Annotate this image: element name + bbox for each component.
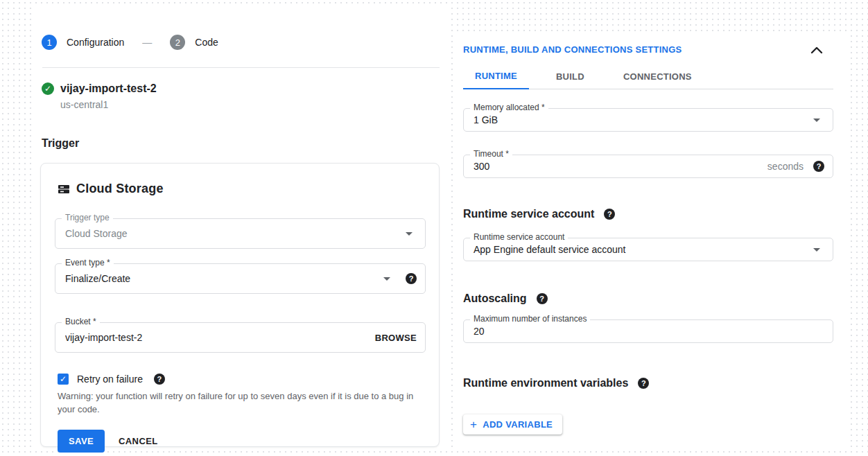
trigger-section-title: Trigger: [42, 137, 440, 150]
plus-icon: +: [470, 420, 477, 430]
function-region: us-central1: [60, 99, 440, 110]
event-type-select[interactable]: Event type * Finalize/Create ?: [55, 263, 426, 294]
trigger-type-label: Trigger type: [62, 213, 113, 222]
autoscaling-heading-text: Autoscaling: [463, 292, 527, 305]
trigger-card-title: Cloud Storage: [76, 182, 164, 196]
timeout-field: Timeout * seconds ?: [463, 155, 833, 178]
chevron-down-icon: [406, 232, 413, 236]
timeout-input[interactable]: [474, 161, 767, 172]
retry-checkbox[interactable]: ✓: [58, 374, 69, 385]
env-vars-heading-text: Runtime environment variables: [463, 377, 628, 389]
step-separator: —: [142, 37, 152, 48]
timeout-help-icon[interactable]: ?: [813, 161, 824, 172]
stepper-divider: [42, 67, 440, 68]
runtime-settings-panel: RUNTIME, BUILD AND CONNECTIONS SETTINGS …: [455, 32, 847, 448]
settings-tabs: RUNTIME BUILD CONNECTIONS: [463, 71, 833, 89]
env-vars-help-icon[interactable]: ?: [638, 378, 649, 389]
retry-warning-text: Warning: your function will retry on fai…: [58, 389, 432, 416]
browse-button[interactable]: BROWSE: [375, 333, 417, 343]
tab-connections[interactable]: CONNECTIONS: [611, 71, 704, 89]
max-instances-input[interactable]: [474, 326, 824, 337]
step-2-label[interactable]: Code: [195, 37, 218, 48]
settings-header-title[interactable]: RUNTIME, BUILD AND CONNECTIONS SETTINGS: [463, 44, 682, 55]
runtime-service-account-heading: Runtime service account ?: [463, 208, 833, 220]
event-type-value: Finalize/Create: [65, 273, 379, 284]
memory-allocated-value: 1 GiB: [474, 114, 809, 125]
chevron-down-icon: [383, 277, 390, 281]
autoscaling-help-icon[interactable]: ?: [537, 293, 548, 304]
step-1-indicator[interactable]: 1: [42, 35, 57, 50]
chevron-down-icon: [813, 248, 820, 252]
service-account-help-icon[interactable]: ?: [604, 209, 615, 220]
retry-help-icon[interactable]: ?: [154, 374, 165, 385]
chevron-up-icon: [810, 46, 824, 57]
stepper: 1 Configuration — 2 Code: [40, 35, 440, 50]
memory-allocated-label: Memory allocated *: [470, 103, 548, 112]
collapse-button[interactable]: [810, 45, 824, 55]
bucket-label: Bucket *: [62, 317, 100, 326]
bucket-field: Bucket * BROWSE: [55, 322, 426, 353]
step-1-label[interactable]: Configuration: [67, 37, 124, 48]
memory-allocated-select[interactable]: Memory allocated * 1 GiB: [463, 108, 833, 132]
function-name: vijay-import-test-2: [60, 82, 157, 95]
add-variable-label: ADD VARIABLE: [483, 419, 553, 430]
tab-runtime[interactable]: RUNTIME: [463, 71, 529, 89]
trigger-actions: SAVE CANCEL: [58, 430, 425, 453]
tab-build[interactable]: BUILD: [544, 71, 596, 89]
function-header: ✓ vijay-import-test-2: [42, 82, 440, 95]
max-instances-label: Maximum number of instances: [470, 314, 590, 324]
add-variable-button[interactable]: + ADD VARIABLE: [463, 414, 562, 435]
retry-row: ✓ Retry on failure ?: [58, 374, 425, 385]
autoscaling-heading: Autoscaling ?: [463, 292, 833, 305]
runtime-service-account-value: App Engine default service account: [474, 244, 809, 255]
step-2-indicator[interactable]: 2: [170, 35, 185, 50]
save-button[interactable]: SAVE: [58, 430, 105, 453]
runtime-service-account-heading-text: Runtime service account: [463, 208, 594, 220]
retry-label: Retry on failure: [77, 374, 143, 385]
trigger-type-value: Cloud Storage: [65, 228, 401, 239]
trigger-type-select: Trigger type Cloud Storage: [55, 218, 426, 249]
trigger-card: Cloud Storage Trigger type Cloud Storage…: [40, 163, 440, 447]
bucket-input[interactable]: [65, 332, 375, 343]
configuration-panel: 1 Configuration — 2 Code ✓ vijay-import-…: [31, 6, 449, 451]
max-instances-field: Maximum number of instances: [463, 319, 833, 343]
runtime-service-account-label: Runtime service account: [470, 232, 568, 242]
cloud-storage-icon: [58, 183, 70, 195]
settings-header[interactable]: RUNTIME, BUILD AND CONNECTIONS SETTINGS: [463, 44, 833, 55]
cancel-button[interactable]: CANCEL: [119, 436, 158, 446]
runtime-service-account-select[interactable]: Runtime service account App Engine defau…: [463, 238, 833, 261]
event-type-label: Event type *: [62, 258, 114, 268]
timeout-suffix: seconds: [767, 161, 804, 172]
event-type-help-icon[interactable]: ?: [406, 273, 417, 284]
env-vars-heading: Runtime environment variables ?: [463, 377, 833, 389]
trigger-card-header: Cloud Storage: [58, 182, 425, 196]
success-check-icon: ✓: [42, 82, 54, 95]
chevron-down-icon: [813, 119, 820, 122]
timeout-label: Timeout *: [470, 149, 512, 159]
